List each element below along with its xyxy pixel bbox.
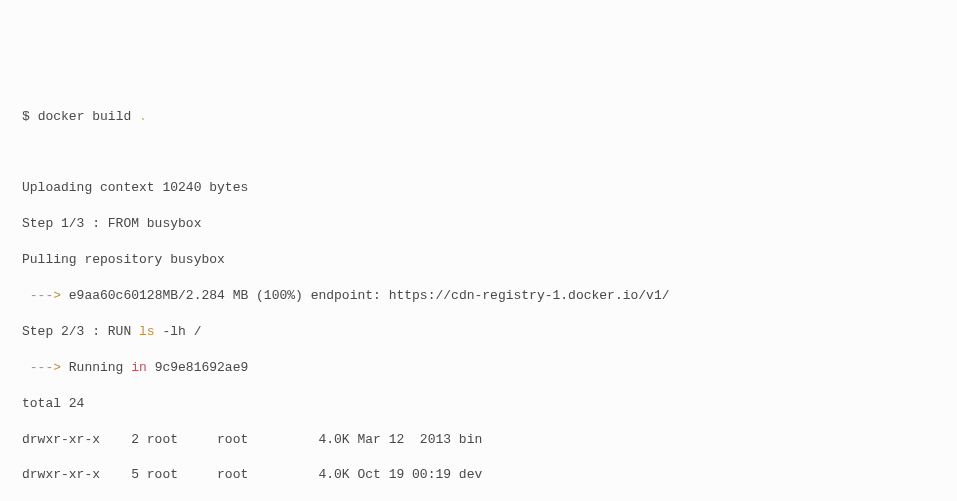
step-1: Step 1/3 : FROM busybox bbox=[22, 215, 935, 233]
arrow-icon: ---> bbox=[22, 288, 61, 303]
fs-row: drwxr-xr-x 5 root root 4.0K Oct 19 00:19… bbox=[22, 466, 935, 484]
ls-keyword: ls bbox=[139, 324, 155, 339]
step-2-prefix: Step 2/3 : RUN bbox=[22, 324, 139, 339]
fs-row: drwxr-xr-x 2 root root 4.0K Mar 12 2013 … bbox=[22, 431, 935, 449]
in-keyword: in bbox=[131, 360, 147, 375]
step-2: Step 2/3 : RUN ls -lh / bbox=[22, 323, 935, 341]
build-context-dot: . bbox=[139, 109, 147, 124]
running-prefix: Running bbox=[61, 360, 131, 375]
command-line: $ docker build . bbox=[22, 108, 935, 126]
ls-path: / bbox=[186, 324, 202, 339]
terminal-output: $ docker build . Uploading context 10240… bbox=[22, 90, 935, 501]
ls-flag: -lh bbox=[155, 324, 186, 339]
pulling-repo: Pulling repository busybox bbox=[22, 251, 935, 269]
upload-context: Uploading context 10240 bytes bbox=[22, 179, 935, 197]
pull-progress: ---> e9aa60c60128MB/2.284 MB (100%) endp… bbox=[22, 287, 935, 305]
docker-command: docker build bbox=[38, 109, 132, 124]
total-line: total 24 bbox=[22, 395, 935, 413]
running-step-2: ---> Running in 9c9e81692ae9 bbox=[22, 359, 935, 377]
container-id-1: 9c9e81692ae9 bbox=[147, 360, 248, 375]
prompt-symbol: $ bbox=[22, 109, 30, 124]
pull-hash: e9aa60c60128MB/2.284 MB (100%) endpoint:… bbox=[61, 288, 670, 303]
arrow-icon: ---> bbox=[22, 360, 61, 375]
blank-line bbox=[22, 144, 935, 162]
